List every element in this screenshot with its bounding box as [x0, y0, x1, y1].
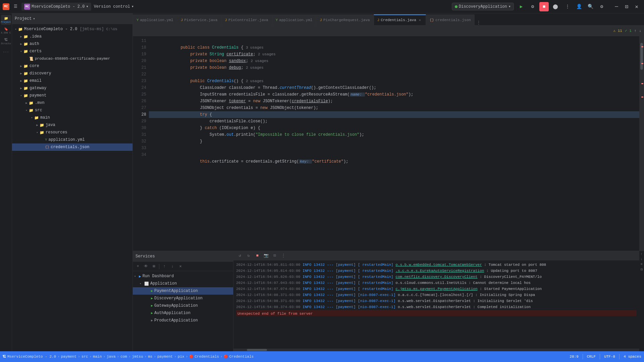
console-layout-button[interactable]: ⊡	[271, 252, 278, 259]
nav-down-icon[interactable]: ↓	[639, 29, 641, 33]
services-layout-button[interactable]: ⊞	[150, 263, 158, 270]
console-restart-button[interactable]: ↺	[236, 252, 244, 259]
build-button[interactable]: ⚙	[528, 2, 537, 11]
status-sub[interactable]: pix	[178, 355, 184, 359]
status-encoding[interactable]: UTF-8	[604, 355, 615, 359]
find-icon[interactable]: 🔍	[586, 2, 595, 11]
status-project[interactable]: MserviceCompleto - 2.0	[7, 355, 56, 359]
console-rerun-button[interactable]: ↻	[245, 252, 252, 259]
tab-credentials-java[interactable]: J Credentials.java ✕	[374, 14, 426, 25]
java-arrow: ▶	[35, 123, 40, 127]
console-screenshot-button[interactable]: 📷	[262, 252, 270, 259]
svc-payment-app[interactable]: ▶ PaymentApplication	[133, 287, 233, 295]
minimize-button[interactable]: —	[612, 2, 621, 11]
tab-more-button[interactable]: ⋮	[475, 20, 483, 25]
console-scroll-up[interactable]: ↑	[641, 252, 643, 256]
log-line-5: 2024-12-14T16:54:07.074-03:00 INFO 13432…	[236, 286, 637, 292]
svc-gateway-app[interactable]: ▶ GatewayApplication	[133, 302, 233, 309]
tree-item-gateway[interactable]: ▶ 📁 gateway	[12, 84, 132, 92]
services-close-button[interactable]: ✕	[177, 263, 184, 270]
console-more-button[interactable]: ⋮	[280, 252, 287, 259]
console-scrollbar[interactable]	[233, 349, 639, 351]
tab-pixcontroller[interactable]: J PixController.java	[221, 14, 272, 25]
run-button[interactable]: ▶	[517, 2, 526, 11]
tree-item-auth[interactable]: ▶ 📁 auth	[12, 40, 132, 48]
status-module[interactable]: payment	[61, 355, 76, 359]
tab-pixchargerequest[interactable]: J PixChargeRequest.java	[316, 14, 373, 25]
editor-scrollbar[interactable]	[639, 36, 644, 251]
project-panel: Project ▾ ▾ 📁 MserviceCompleto - 2.0 [jm…	[12, 13, 133, 351]
status-ms[interactable]: ms	[148, 355, 152, 359]
status-main[interactable]: main	[93, 355, 102, 359]
version-control-button[interactable]: Version control ▾	[94, 4, 134, 9]
tree-item-credentials-json[interactable]: {} credentials.json	[12, 143, 132, 151]
tree-item-discovery[interactable]: ▶ 📁 discovery	[12, 70, 132, 77]
console-stop-button[interactable]: ■	[254, 252, 261, 259]
services-up-button[interactable]: ↑	[161, 263, 168, 270]
tree-item-email[interactable]: ▶ 📁 email	[12, 77, 132, 84]
svc-product-app[interactable]: ▶ ProductApplication	[133, 317, 233, 324]
app-logo: MC	[3, 3, 9, 10]
discovery-app-button[interactable]: DiscoveryApplication ▾	[452, 3, 514, 10]
close-button[interactable]: ✕	[632, 2, 641, 11]
status-class1[interactable]: Credentials	[195, 355, 219, 359]
svc-auth-app[interactable]: ▶ AuthApplication	[133, 309, 233, 317]
status-src[interactable]: src	[82, 355, 88, 359]
nav-up-icon[interactable]: ↑	[634, 29, 637, 33]
tree-item-core[interactable]: ▶ 📁 core	[12, 62, 132, 70]
code-area[interactable]: public class Credentials { 3 usages priv…	[149, 36, 639, 251]
services-eye-button[interactable]: 👁	[142, 263, 150, 270]
hamburger-menu[interactable]: ☰	[12, 3, 19, 10]
tree-item-payment[interactable]: ▾ 📁 payment	[12, 92, 132, 99]
status-com[interactable]: com	[120, 355, 127, 359]
tree-item-main[interactable]: ▾ 📁 main	[12, 114, 132, 121]
console-scroll-down[interactable]: ↓	[641, 257, 643, 261]
sidebar-icon-rail: 📁 Project 🔖 X.509 C 🏗 Structu ···	[0, 13, 12, 351]
tab-application-yml-1[interactable]: Y application.yml	[133, 14, 177, 25]
tab-credentials-close-icon[interactable]: ✕	[418, 18, 422, 22]
settings-icon[interactable]: ⚙	[597, 2, 606, 11]
tree-item-mvn[interactable]: ▶ 📁 .mvn	[12, 99, 132, 107]
sidebar-icon-structure[interactable]: 🏗 Structu	[1, 36, 11, 46]
console-scrollbar-thumb	[247, 349, 267, 351]
console-wrap-button[interactable]: ≡	[641, 262, 643, 266]
account-icon[interactable]: 👤	[574, 2, 584, 11]
status-payment[interactable]: payment	[157, 355, 173, 359]
tree-root[interactable]: ▾ 📁 MserviceCompleto - 2.0 [jmtsu-ms] C:…	[12, 25, 132, 33]
tree-item-idea[interactable]: ▶ 📁 .idea	[12, 33, 132, 40]
tree-item-java[interactable]: ▶ 📁 java	[12, 121, 132, 129]
sidebar-icon-more[interactable]: ···	[1, 47, 11, 57]
tab-credentials-json[interactable]: {} credentials.json	[426, 14, 475, 25]
svc-discovery-app[interactable]: ▶ DiscoveryApplication	[133, 295, 233, 302]
tab-application-yml-2[interactable]: Y application.yml	[272, 14, 316, 25]
status-class2[interactable]: Credentials	[229, 355, 254, 359]
sidebar-icon-project[interactable]: 📁 Project	[1, 15, 11, 25]
tree-item-src[interactable]: ▾ 📁 src	[12, 107, 132, 114]
tab-pixservice[interactable]: J PixService.java	[177, 14, 221, 25]
svc-run-dashboard[interactable]: ▾ ▶ Run Dashboard	[133, 273, 233, 280]
stop-button[interactable]: ■	[539, 2, 549, 11]
tree-item-cert-file[interactable]: 📜 producao-658805-certificado-paymer	[12, 55, 132, 62]
services-down-button[interactable]: ↓	[169, 263, 176, 270]
sidebar-icon-bookmarks[interactable]: 🔖 X.509 C	[1, 25, 11, 36]
code-line-34: this.certificate = credentials.getString…	[149, 152, 639, 158]
maximize-button[interactable]: ⊡	[622, 2, 631, 11]
status-jmtsu[interactable]: jmtsu	[132, 355, 143, 359]
status-position[interactable]: 28:9	[570, 355, 578, 359]
run-dashboard-icon: ▶	[139, 274, 141, 279]
status-line-ending[interactable]: CRLF	[587, 355, 596, 359]
coverage-button[interactable]: ⬤	[551, 2, 560, 11]
status-java[interactable]: java	[107, 355, 115, 359]
more-actions-icon[interactable]: ⋮	[563, 2, 572, 11]
error-mark-3	[641, 83, 643, 84]
tree-item-certs[interactable]: ▾ 📁 certs	[12, 48, 132, 55]
status-indent[interactable]: 4 spaces	[624, 355, 641, 359]
services-add-button[interactable]: +	[134, 263, 142, 270]
project-panel-dropdown-icon[interactable]: ▾	[33, 17, 35, 21]
project-selector[interactable]: MC MserviceCompleto - 2.0 ▾	[21, 3, 91, 11]
console-format-button[interactable]: ⊟	[641, 267, 643, 272]
tree-item-application-yml[interactable]: Y application.yml	[12, 136, 132, 143]
svc-application[interactable]: ▾ ⬜ Application	[133, 280, 233, 287]
core-label: core	[30, 64, 39, 68]
tree-item-resources[interactable]: ▾ 📁 resources	[12, 129, 132, 136]
